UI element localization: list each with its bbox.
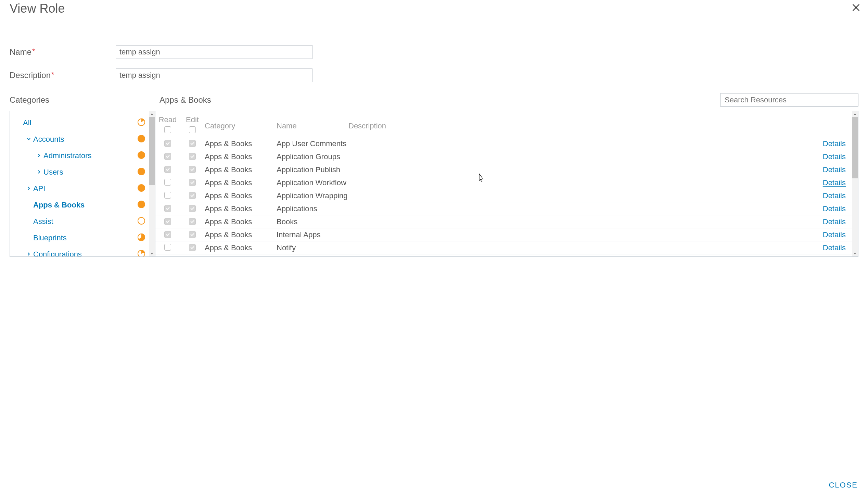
cell-edit <box>180 166 205 173</box>
cell-read <box>155 140 180 147</box>
cell-edit <box>180 244 205 251</box>
category-progress-icon <box>137 151 145 161</box>
details-link[interactable]: Details <box>823 178 846 187</box>
table-header: Read Edit Category Name Description <box>155 111 852 137</box>
checkbox-read[interactable] <box>164 205 171 212</box>
cell-name: Application Publish <box>277 165 348 174</box>
categories-panel: All Accounts Administrators Users API Ap… <box>10 111 155 256</box>
category-label: Blueprints <box>13 233 67 242</box>
table-body: Apps & Books App User Comments Details A… <box>155 137 852 254</box>
category-item[interactable]: Users <box>13 164 149 180</box>
panel-title: Apps & Books <box>159 95 720 105</box>
details-link[interactable]: Details <box>823 152 846 161</box>
chevron-right-icon <box>37 169 41 175</box>
cell-details: Details <box>818 152 852 161</box>
details-link[interactable]: Details <box>823 230 846 239</box>
required-asterisk: * <box>51 70 54 79</box>
details-link[interactable]: Details <box>823 139 846 148</box>
cell-details: Details <box>818 230 852 239</box>
name-label-text: Name <box>10 47 31 56</box>
form-row-description: Description* <box>10 68 858 82</box>
details-link[interactable]: Details <box>823 204 846 213</box>
cell-details: Details <box>818 191 852 200</box>
cell-read <box>155 192 180 200</box>
svg-point-5 <box>138 201 145 208</box>
form-section: Name* Description* <box>10 45 858 82</box>
cell-name: Books <box>277 217 348 226</box>
table-row: Apps & Books Application Workflow Detail… <box>155 176 852 189</box>
description-label-text: Description <box>10 71 51 80</box>
cell-name: App User Comments <box>277 139 348 148</box>
cell-read <box>155 153 180 160</box>
checkbox-read[interactable] <box>164 179 171 186</box>
table-scrollbar[interactable]: ▲ ▼ <box>852 111 858 256</box>
checkbox-edit[interactable] <box>189 205 196 212</box>
checkbox-read[interactable] <box>164 140 171 147</box>
svg-point-3 <box>138 168 145 175</box>
details-link[interactable]: Details <box>823 217 846 226</box>
table-row: Apps & Books Applications Details <box>155 202 852 215</box>
category-label-text: Apps & Books <box>33 201 85 210</box>
close-button[interactable]: CLOSE <box>829 481 858 489</box>
search-input[interactable] <box>720 93 858 107</box>
view-role-dialog: View Role Name* Description* Categories … <box>0 0 868 493</box>
category-label: All <box>13 118 31 127</box>
dialog-footer: CLOSE <box>829 481 858 490</box>
checkbox-read[interactable] <box>164 231 171 238</box>
category-item[interactable]: Accounts <box>13 131 149 148</box>
category-label-text: Accounts <box>33 135 64 144</box>
checkbox-read[interactable] <box>164 153 171 160</box>
checkbox-edit[interactable] <box>189 140 196 147</box>
table-row: Apps & Books Application Wrapping Detail… <box>155 189 852 202</box>
name-input[interactable] <box>116 45 312 59</box>
scroll-down-icon[interactable]: ▼ <box>150 251 154 256</box>
category-item[interactable]: Blueprints <box>13 230 149 246</box>
category-item[interactable]: API <box>13 180 149 197</box>
checkbox-edit[interactable] <box>189 179 196 186</box>
checkbox-read[interactable] <box>164 166 171 173</box>
checkbox-read[interactable] <box>164 244 171 251</box>
checkbox-edit[interactable] <box>189 231 196 238</box>
category-label-text: Configurations <box>33 250 82 256</box>
col-header-category: Category <box>205 115 277 130</box>
cell-read <box>155 231 180 238</box>
scroll-up-icon[interactable]: ▲ <box>150 111 154 117</box>
checkbox-edit[interactable] <box>189 166 196 173</box>
cell-details: Details <box>818 217 852 226</box>
category-label: Configurations <box>13 250 82 256</box>
checkbox-read[interactable] <box>164 218 171 225</box>
details-link[interactable]: Details <box>823 243 846 252</box>
table-row: Apps & Books Application Publish Details <box>155 163 852 176</box>
dialog-header: View Role <box>10 0 858 16</box>
details-link[interactable]: Details <box>823 191 846 200</box>
category-item[interactable]: All <box>13 115 149 131</box>
cell-edit <box>180 231 205 238</box>
checkbox-read[interactable] <box>164 192 171 199</box>
checkbox-edit[interactable] <box>189 153 196 160</box>
cell-category: Apps & Books <box>205 139 277 148</box>
cell-edit <box>180 205 205 212</box>
table-row: Apps & Books App User Comments Details <box>155 137 852 150</box>
svg-point-1 <box>138 135 145 142</box>
checkbox-all-read[interactable] <box>164 126 171 133</box>
scroll-thumb[interactable] <box>149 117 155 185</box>
category-label: API <box>13 184 45 193</box>
checkbox-edit[interactable] <box>189 244 196 251</box>
category-item[interactable]: Administrators <box>13 148 149 164</box>
category-item[interactable]: Assist <box>13 213 149 230</box>
description-input[interactable] <box>116 68 312 82</box>
checkbox-edit[interactable] <box>189 192 196 199</box>
scroll-thumb[interactable] <box>852 117 858 178</box>
checkbox-edit[interactable] <box>189 218 196 225</box>
scroll-up-icon[interactable]: ▲ <box>853 111 857 117</box>
close-icon[interactable] <box>852 3 860 14</box>
chevron-right-icon <box>37 153 41 159</box>
table-row: Apps & Books Books Details <box>155 215 852 228</box>
category-item[interactable]: Apps & Books <box>13 197 149 213</box>
scroll-down-icon[interactable]: ▼ <box>853 251 857 256</box>
checkbox-all-edit[interactable] <box>189 126 196 133</box>
details-link[interactable]: Details <box>823 165 846 174</box>
col-header-read: Read <box>155 115 180 133</box>
category-item[interactable]: Configurations <box>13 246 149 256</box>
categories-scrollbar[interactable]: ▲ ▼ <box>149 111 155 256</box>
